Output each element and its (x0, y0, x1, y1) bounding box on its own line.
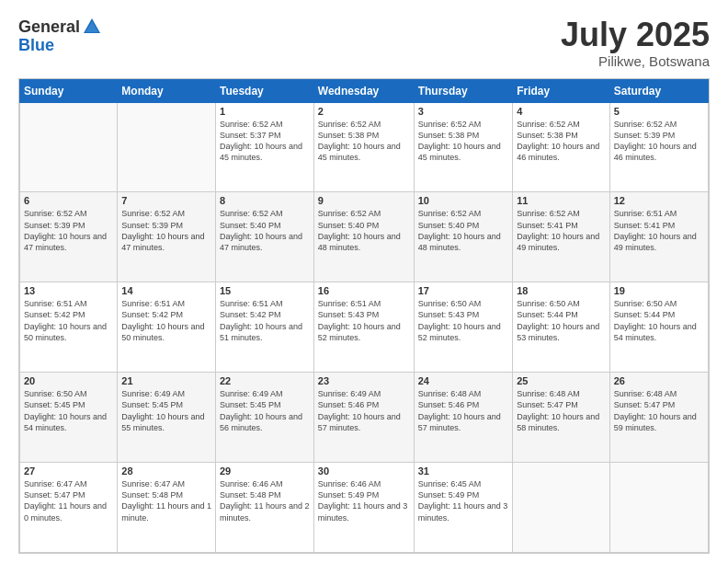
calendar-cell: 15Sunrise: 6:51 AM Sunset: 5:42 PM Dayli… (215, 282, 313, 373)
title-block: July 2025 Pilikwe, Botswana (561, 17, 710, 69)
day-info: Sunrise: 6:48 AM Sunset: 5:46 PM Dayligh… (418, 388, 509, 433)
day-info: Sunrise: 6:52 AM Sunset: 5:39 PM Dayligh… (121, 208, 211, 253)
calendar-cell: 9Sunrise: 6:52 AM Sunset: 5:40 PM Daylig… (313, 192, 414, 282)
main-title: July 2025 (561, 17, 710, 53)
calendar-cell: 21Sunrise: 6:49 AM Sunset: 5:45 PM Dayli… (118, 373, 216, 463)
day-number: 15 (220, 285, 310, 296)
day-number: 26 (614, 375, 704, 386)
day-info: Sunrise: 6:50 AM Sunset: 5:44 PM Dayligh… (517, 298, 606, 343)
day-info: Sunrise: 6:51 AM Sunset: 5:41 PM Dayligh… (614, 208, 704, 253)
calendar-cell: 3Sunrise: 6:52 AM Sunset: 5:38 PM Daylig… (414, 102, 513, 192)
day-number: 4 (517, 106, 606, 117)
day-number: 2 (318, 106, 410, 117)
dow-header-friday: Friday (513, 79, 610, 102)
day-info: Sunrise: 6:50 AM Sunset: 5:43 PM Dayligh… (418, 298, 509, 343)
dow-header-thursday: Thursday (414, 79, 513, 102)
day-info: Sunrise: 6:52 AM Sunset: 5:39 PM Dayligh… (24, 208, 113, 253)
calendar-cell: 22Sunrise: 6:49 AM Sunset: 5:45 PM Dayli… (215, 373, 313, 463)
calendar-cell: 26Sunrise: 6:48 AM Sunset: 5:47 PM Dayli… (609, 373, 708, 463)
calendar-cell: 31Sunrise: 6:45 AM Sunset: 5:49 PM Dayli… (414, 463, 513, 553)
day-number: 17 (418, 285, 509, 296)
day-number: 29 (220, 465, 310, 477)
day-number: 25 (517, 375, 606, 386)
calendar-cell: 1Sunrise: 6:52 AM Sunset: 5:37 PM Daylig… (215, 102, 313, 192)
day-info: Sunrise: 6:51 AM Sunset: 5:42 PM Dayligh… (24, 298, 113, 343)
day-info: Sunrise: 6:51 AM Sunset: 5:42 PM Dayligh… (220, 298, 310, 343)
day-info: Sunrise: 6:52 AM Sunset: 5:40 PM Dayligh… (318, 208, 410, 253)
dow-header-saturday: Saturday (609, 79, 708, 102)
page: General Blue July 2025 Pilikwe, Botswana… (0, 0, 728, 563)
day-number: 11 (517, 195, 606, 206)
calendar-cell (20, 102, 118, 192)
calendar-cell (118, 102, 216, 192)
day-number: 3 (418, 106, 509, 117)
day-info: Sunrise: 6:52 AM Sunset: 5:38 PM Dayligh… (517, 119, 606, 164)
day-number: 19 (614, 285, 704, 296)
day-info: Sunrise: 6:50 AM Sunset: 5:44 PM Dayligh… (614, 298, 704, 343)
day-info: Sunrise: 6:52 AM Sunset: 5:39 PM Dayligh… (614, 119, 704, 164)
calendar-cell (513, 463, 610, 553)
calendar-cell: 16Sunrise: 6:51 AM Sunset: 5:43 PM Dayli… (313, 282, 414, 373)
day-info: Sunrise: 6:47 AM Sunset: 5:47 PM Dayligh… (24, 478, 113, 523)
day-info: Sunrise: 6:52 AM Sunset: 5:38 PM Dayligh… (318, 119, 410, 164)
day-info: Sunrise: 6:52 AM Sunset: 5:40 PM Dayligh… (418, 208, 509, 253)
day-number: 21 (121, 375, 211, 386)
day-number: 10 (418, 195, 509, 206)
day-number: 18 (517, 285, 606, 296)
day-number: 9 (318, 195, 410, 206)
day-number: 27 (24, 465, 113, 477)
calendar-cell: 28Sunrise: 6:47 AM Sunset: 5:48 PM Dayli… (118, 463, 216, 553)
day-number: 28 (121, 465, 211, 477)
calendar-cell: 30Sunrise: 6:46 AM Sunset: 5:49 PM Dayli… (313, 463, 414, 553)
day-info: Sunrise: 6:48 AM Sunset: 5:47 PM Dayligh… (614, 388, 704, 433)
day-number: 5 (614, 106, 704, 117)
day-info: Sunrise: 6:47 AM Sunset: 5:48 PM Dayligh… (121, 478, 211, 523)
day-info: Sunrise: 6:49 AM Sunset: 5:46 PM Dayligh… (318, 388, 410, 433)
day-number: 20 (24, 375, 113, 386)
day-number: 30 (318, 465, 410, 477)
day-info: Sunrise: 6:48 AM Sunset: 5:47 PM Dayligh… (517, 388, 606, 433)
day-info: Sunrise: 6:45 AM Sunset: 5:49 PM Dayligh… (418, 478, 509, 523)
calendar-cell: 11Sunrise: 6:52 AM Sunset: 5:41 PM Dayli… (513, 192, 610, 282)
day-info: Sunrise: 6:52 AM Sunset: 5:37 PM Dayligh… (220, 119, 310, 164)
logo-icon (82, 17, 102, 37)
calendar-cell: 14Sunrise: 6:51 AM Sunset: 5:42 PM Dayli… (118, 282, 216, 373)
day-info: Sunrise: 6:49 AM Sunset: 5:45 PM Dayligh… (220, 388, 310, 433)
calendar-cell: 29Sunrise: 6:46 AM Sunset: 5:48 PM Dayli… (215, 463, 313, 553)
day-info: Sunrise: 6:46 AM Sunset: 5:48 PM Dayligh… (220, 478, 310, 523)
calendar-cell: 12Sunrise: 6:51 AM Sunset: 5:41 PM Dayli… (609, 192, 708, 282)
day-info: Sunrise: 6:52 AM Sunset: 5:40 PM Dayligh… (220, 208, 310, 253)
day-number: 12 (614, 195, 704, 206)
calendar-cell: 24Sunrise: 6:48 AM Sunset: 5:46 PM Dayli… (414, 373, 513, 463)
calendar: SundayMondayTuesdayWednesdayThursdayFrid… (18, 78, 710, 554)
dow-header-monday: Monday (118, 79, 216, 102)
calendar-cell (609, 463, 708, 553)
calendar-cell: 8Sunrise: 6:52 AM Sunset: 5:40 PM Daylig… (215, 192, 313, 282)
day-info: Sunrise: 6:52 AM Sunset: 5:38 PM Dayligh… (418, 119, 509, 164)
day-info: Sunrise: 6:51 AM Sunset: 5:42 PM Dayligh… (121, 298, 211, 343)
header: General Blue July 2025 Pilikwe, Botswana (18, 17, 710, 69)
calendar-cell: 18Sunrise: 6:50 AM Sunset: 5:44 PM Dayli… (513, 282, 610, 373)
logo-blue: Blue (18, 36, 54, 54)
day-number: 7 (121, 195, 211, 206)
day-number: 22 (220, 375, 310, 386)
logo: General Blue (18, 17, 102, 54)
day-info: Sunrise: 6:52 AM Sunset: 5:41 PM Dayligh… (517, 208, 606, 253)
calendar-cell: 27Sunrise: 6:47 AM Sunset: 5:47 PM Dayli… (20, 463, 118, 553)
calendar-cell: 25Sunrise: 6:48 AM Sunset: 5:47 PM Dayli… (513, 373, 610, 463)
calendar-cell: 20Sunrise: 6:50 AM Sunset: 5:45 PM Dayli… (20, 373, 118, 463)
day-number: 24 (418, 375, 509, 386)
day-number: 6 (24, 195, 113, 206)
dow-header-wednesday: Wednesday (313, 79, 414, 102)
day-number: 8 (220, 195, 310, 206)
dow-header-tuesday: Tuesday (215, 79, 313, 102)
logo-general: General (18, 18, 80, 35)
calendar-cell: 19Sunrise: 6:50 AM Sunset: 5:44 PM Dayli… (609, 282, 708, 373)
day-number: 1 (220, 106, 310, 117)
calendar-cell: 5Sunrise: 6:52 AM Sunset: 5:39 PM Daylig… (609, 102, 708, 192)
day-number: 23 (318, 375, 410, 386)
day-number: 13 (24, 285, 113, 296)
subtitle: Pilikwe, Botswana (561, 53, 710, 69)
calendar-cell: 7Sunrise: 6:52 AM Sunset: 5:39 PM Daylig… (118, 192, 216, 282)
day-number: 14 (121, 285, 211, 296)
